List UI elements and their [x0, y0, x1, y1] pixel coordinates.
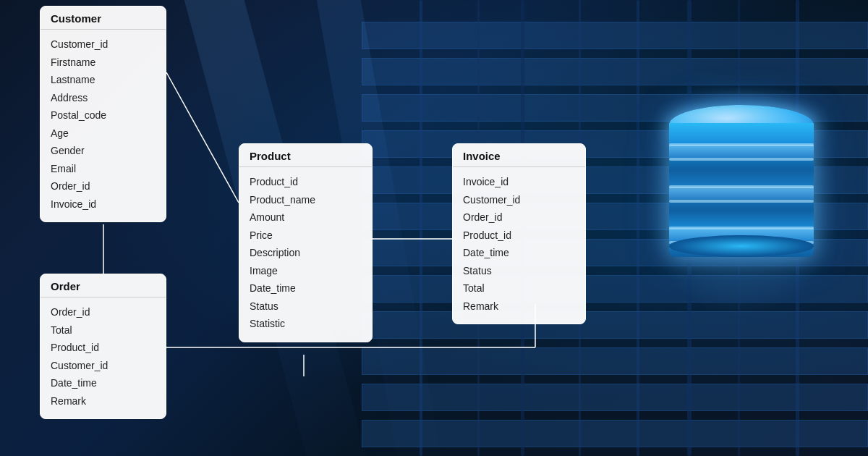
- customer-table-header: Customer: [41, 7, 166, 30]
- order-field-5: Remark: [51, 392, 156, 410]
- db-stripe-4: [669, 200, 814, 203]
- order-field-3: Customer_id: [51, 357, 156, 375]
- product-field-2: Amount: [250, 208, 362, 227]
- invoice-field-1: Customer_id: [463, 191, 575, 209]
- order-field-2: Product_id: [51, 339, 156, 357]
- table-product: Product Product_id Product_name Amount P…: [239, 143, 373, 342]
- customer-table-body: Customer_id Firstname Lastname Address P…: [41, 30, 166, 221]
- order-field-1: Total: [51, 321, 156, 339]
- db-stripe-5: [669, 227, 814, 229]
- order-field-4: Date_time: [51, 374, 156, 392]
- er-diagram-content: Customer Customer_id Firstname Lastname …: [0, 0, 868, 456]
- order-field-0: Order_id: [51, 303, 156, 321]
- invoice-table-body: Invoice_id Customer_id Order_id Product_…: [453, 167, 585, 324]
- db-stripe-1: [669, 143, 814, 146]
- db-stripe-2: [669, 158, 814, 161]
- product-table-header: Product: [239, 144, 372, 167]
- customer-field-6: Gender: [51, 142, 156, 160]
- customer-field-2: Lastname: [51, 71, 156, 89]
- customer-field-7: Email: [51, 160, 156, 178]
- invoice-table-header: Invoice: [453, 144, 585, 167]
- customer-field-8: Order_id: [51, 177, 156, 195]
- invoice-field-2: Order_id: [463, 208, 575, 227]
- db-stripe-band-1: [669, 145, 814, 158]
- db-body: [669, 123, 814, 257]
- product-field-5: Image: [250, 262, 362, 280]
- product-table-body: Product_id Product_name Amount Price Des…: [239, 167, 372, 342]
- product-field-8: Statistic: [250, 315, 362, 333]
- product-field-0: Product_id: [250, 173, 362, 191]
- product-field-6: Date_time: [250, 279, 362, 297]
- customer-field-5: Age: [51, 124, 156, 143]
- table-order: Order Order_id Total Product_id Customer…: [40, 274, 166, 419]
- invoice-field-4: Date_time: [463, 244, 575, 262]
- database-icon: [662, 105, 821, 293]
- customer-field-1: Firstname: [51, 54, 156, 72]
- invoice-field-5: Status: [463, 262, 575, 280]
- product-field-7: Status: [250, 297, 362, 316]
- order-table-body: Order_id Total Product_id Customer_id Da…: [41, 297, 166, 418]
- invoice-field-0: Invoice_id: [463, 173, 575, 191]
- invoice-field-6: Total: [463, 279, 575, 297]
- customer-field-9: Invoice_id: [51, 195, 156, 214]
- product-field-4: Description: [250, 244, 362, 262]
- invoice-field-7: Remark: [463, 297, 575, 316]
- table-customer: Customer Customer_id Firstname Lastname …: [40, 6, 166, 222]
- db-stripe-3: [669, 185, 814, 188]
- customer-field-4: Postal_code: [51, 106, 156, 124]
- table-invoice: Invoice Invoice_id Customer_id Order_id …: [452, 143, 586, 324]
- order-table-header: Order: [41, 274, 166, 297]
- db-bottom-ellipse: [669, 235, 814, 257]
- db-stripe-band-2: [669, 187, 814, 200]
- customer-field-0: Customer_id: [51, 35, 156, 54]
- customer-field-3: Address: [51, 89, 156, 107]
- invoice-field-3: Product_id: [463, 227, 575, 245]
- product-field-3: Price: [250, 227, 362, 245]
- product-field-1: Product_name: [250, 191, 362, 209]
